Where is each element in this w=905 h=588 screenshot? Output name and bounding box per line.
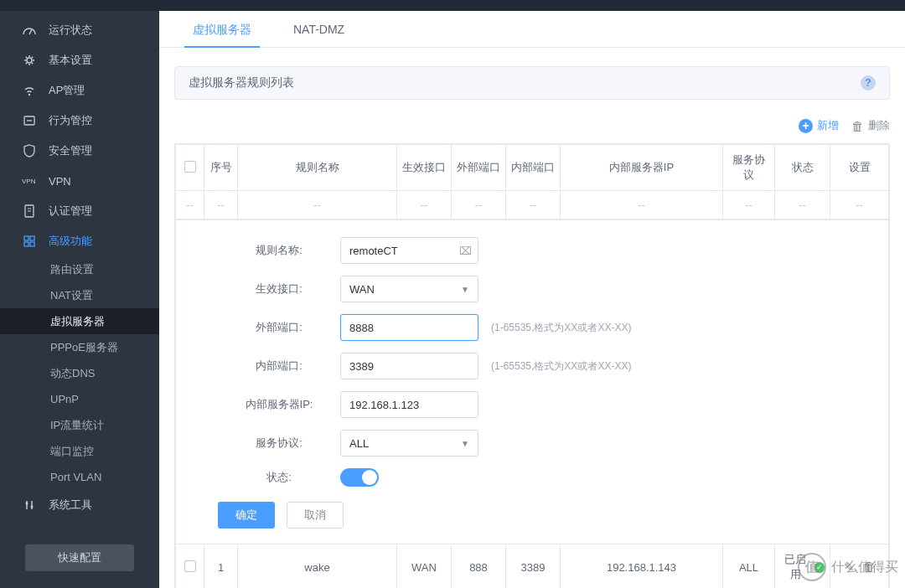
- tab-nat-dmz[interactable]: NAT-DMZ: [285, 11, 353, 48]
- proto-select[interactable]: ALL ▼: [340, 430, 478, 456]
- sidebar-label: 认证管理: [49, 204, 92, 219]
- chevron-down-icon: ▼: [461, 285, 469, 294]
- server-ip-label: 内部服务器IP:: [218, 397, 340, 412]
- svg-point-2: [28, 94, 30, 95]
- subitem-virtual-server[interactable]: 虚拟服务器: [0, 308, 159, 334]
- subitem-pppoe[interactable]: PPPoE服务器: [0, 334, 159, 360]
- grid-icon: [20, 235, 39, 248]
- iface-select[interactable]: WAN ▼: [340, 276, 478, 302]
- table-row: 1 wake WAN 888 3389 192.168.1.143 ALL 已启…: [176, 544, 889, 589]
- wifi-icon: [20, 84, 39, 97]
- subitem-port-vlan[interactable]: Port VLAN: [0, 464, 159, 490]
- ext-port-input[interactable]: [340, 314, 478, 341]
- subitem-nat[interactable]: NAT设置: [0, 282, 159, 308]
- col-int-port: 内部端口: [506, 145, 561, 191]
- col-proto: 服务协议: [723, 145, 775, 191]
- vpn-icon: VPN: [20, 174, 39, 188]
- svg-rect-10: [30, 236, 34, 240]
- ext-port-hint: (1-65535,格式为XX或者XX-XX): [491, 321, 631, 335]
- sidebar-item-vpn[interactable]: VPN VPN: [0, 166, 159, 196]
- svg-text:VPN: VPN: [22, 178, 36, 185]
- col-seq: 序号: [204, 145, 238, 191]
- sidebar-item-advanced[interactable]: 高级功能: [0, 226, 159, 256]
- sidebar-label: 高级功能: [49, 234, 92, 249]
- panel-title: 虚拟服务器规则列表: [189, 75, 294, 90]
- dashboard-icon: [20, 23, 39, 37]
- quick-config-button[interactable]: 快速配置: [25, 544, 134, 571]
- status-toggle[interactable]: [340, 468, 379, 487]
- confirm-button[interactable]: 确定: [218, 502, 275, 529]
- col-name: 规则名称: [238, 145, 397, 191]
- sidebar-item-auth[interactable]: 认证管理: [0, 196, 159, 226]
- sidebar-label: 系统工具: [49, 498, 92, 513]
- sidebar-label: 运行状态: [49, 23, 92, 38]
- col-ext-port: 外部端口: [452, 145, 506, 191]
- top-bar: [0, 0, 905, 11]
- rule-name-label: 规则名称:: [218, 243, 340, 258]
- sidebar-item-security[interactable]: 安全管理: [0, 136, 159, 166]
- svg-point-1: [27, 58, 32, 63]
- subitem-upnp[interactable]: UPnP: [0, 386, 159, 412]
- add-button[interactable]: + 新增: [799, 118, 839, 133]
- ext-port-label: 外部端口:: [218, 320, 340, 335]
- iface-label: 生效接口:: [218, 281, 340, 297]
- rules-table: 序号 规则名称 生效接口 外部端口 内部端口 内部服务器IP 服务协议 状态 设…: [174, 143, 890, 588]
- chevron-down-icon: ▼: [461, 439, 469, 448]
- svg-rect-12: [30, 242, 34, 246]
- auth-icon: [20, 204, 39, 218]
- col-status: 状态: [775, 145, 830, 191]
- subitem-port-monitor[interactable]: 端口监控: [0, 438, 159, 464]
- col-actions: 设置: [830, 145, 889, 191]
- behavior-icon: [20, 114, 39, 127]
- plus-icon: +: [799, 119, 813, 133]
- watermark: 值 什么值得买: [798, 553, 898, 581]
- sidebar-label: 安全管理: [49, 143, 92, 158]
- sidebar-label: AP管理: [49, 83, 85, 98]
- checkbox-all[interactable]: [184, 161, 196, 173]
- tools-icon: [20, 498, 39, 512]
- sidebar-item-tools[interactable]: 系统工具: [0, 490, 159, 520]
- form-row: 规则名称: ⌧ 生效接口: WAN ▼: [176, 219, 889, 544]
- clear-icon[interactable]: ⌧: [459, 245, 472, 257]
- panel-title-bar: 虚拟服务器规则列表 ?: [174, 66, 890, 100]
- server-ip-input[interactable]: [340, 391, 478, 418]
- subitem-ip-traffic[interactable]: IP流量统计: [0, 412, 159, 438]
- svg-rect-11: [24, 242, 28, 246]
- rule-name-input[interactable]: [340, 237, 478, 264]
- svg-line-0: [29, 29, 32, 34]
- placeholder-row: ------ ------ ------ --: [176, 191, 889, 219]
- int-port-hint: (1-65535,格式为XX或者XX-XX): [491, 359, 631, 374]
- col-iface: 生效接口: [397, 145, 452, 191]
- gear-icon: [20, 54, 39, 67]
- row-checkbox[interactable]: [184, 560, 196, 572]
- trash-icon: 🗑: [851, 119, 864, 133]
- sidebar-label: 基本设置: [49, 53, 92, 68]
- svg-point-15: [26, 503, 28, 505]
- int-port-label: 内部端口:: [218, 358, 340, 374]
- int-port-input[interactable]: [340, 353, 478, 379]
- delete-button[interactable]: 🗑 删除: [851, 118, 890, 133]
- status-label: 状态:: [218, 470, 340, 485]
- help-icon[interactable]: ?: [861, 75, 876, 90]
- col-ip: 内部服务器IP: [561, 145, 723, 191]
- sidebar-label: VPN: [49, 175, 71, 188]
- tab-bar: 虚拟服务器 NAT-DMZ: [159, 11, 905, 48]
- sidebar: 运行状态 基本设置 AP管理 行为管控 安全管理 VPN VPN 认证管理 高级: [0, 11, 159, 588]
- tab-virtual-server[interactable]: 虚拟服务器: [184, 11, 260, 48]
- main-content: 虚拟服务器 NAT-DMZ 虚拟服务器规则列表 ? + 新增 🗑 删除 序号 规…: [159, 11, 905, 588]
- svg-point-16: [31, 506, 34, 508]
- cancel-button[interactable]: 取消: [287, 502, 344, 529]
- sidebar-item-ap[interactable]: AP管理: [0, 75, 159, 106]
- sidebar-item-basic[interactable]: 基本设置: [0, 45, 159, 75]
- subitem-ddns[interactable]: 动态DNS: [0, 360, 159, 386]
- shield-icon: [20, 144, 39, 157]
- proto-label: 服务协议:: [218, 436, 340, 451]
- sidebar-label: 行为管控: [49, 113, 92, 128]
- sidebar-item-status[interactable]: 运行状态: [0, 15, 159, 45]
- sidebar-item-behavior[interactable]: 行为管控: [0, 106, 159, 136]
- subitem-route[interactable]: 路由设置: [0, 256, 159, 282]
- svg-rect-9: [24, 236, 28, 240]
